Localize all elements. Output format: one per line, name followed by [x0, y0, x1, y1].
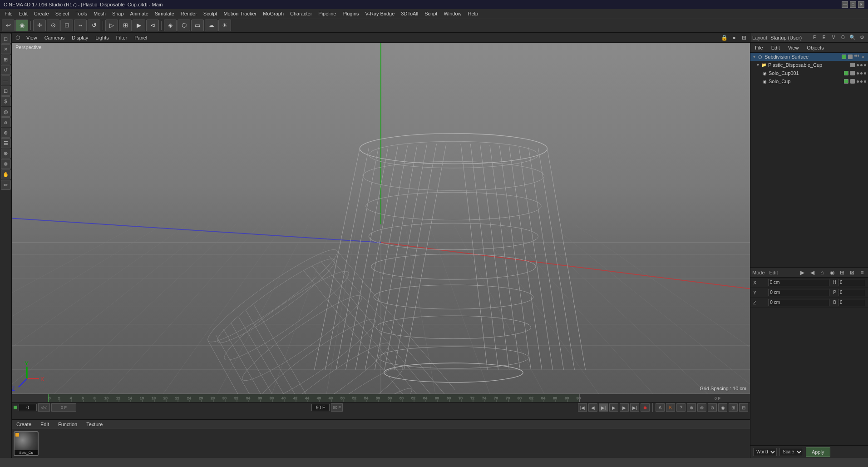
timeline-field-bar[interactable]: 0 F: [51, 403, 76, 412]
left-tool-13[interactable]: ❁: [1, 159, 11, 169]
menu-plugins[interactable]: Plugins: [340, 10, 361, 17]
mat-menu-create[interactable]: Create: [14, 421, 34, 428]
menu-tools[interactable]: Tools: [73, 10, 90, 17]
texture-button[interactable]: ◈: [164, 20, 177, 31]
attr-icon-2[interactable]: ◀: [808, 268, 816, 277]
tc-end-field[interactable]: 90 F: [331, 403, 343, 412]
left-tool-9[interactable]: ⌀: [1, 117, 11, 127]
left-move-tool[interactable]: ✕: [1, 44, 11, 54]
menu-script[interactable]: Script: [422, 10, 440, 17]
tc-prev-frame[interactable]: ◀: [588, 403, 597, 412]
left-tool-10[interactable]: ⊛: [1, 128, 11, 138]
timeline-ruler-track[interactable]: 0 2 4 6 8 10 12 14 16 18: [48, 394, 714, 402]
tc-key-btn[interactable]: K: [666, 403, 675, 412]
attr-icon-3[interactable]: ◉: [828, 268, 836, 277]
attr-z-pos[interactable]: [768, 299, 829, 306]
maximize-button[interactable]: □: [850, 1, 856, 8]
obj-solo-cup-001[interactable]: ◉ Solo_Cup001: [750, 69, 868, 77]
mat-menu-texture[interactable]: Texture: [84, 421, 105, 428]
live-select-button[interactable]: ◉: [15, 20, 28, 31]
tc-help[interactable]: ?: [676, 403, 686, 412]
sky-button[interactable]: ☁: [205, 20, 217, 31]
mat-menu-edit[interactable]: Edit: [38, 421, 52, 428]
tc-btn-3[interactable]: ⊙: [708, 403, 717, 412]
tc-btn-5[interactable]: ⊞: [729, 403, 738, 412]
attr-icon-4[interactable]: ⊞: [838, 268, 846, 277]
menu-create[interactable]: Create: [31, 10, 52, 17]
right-icon-4[interactable]: O: [839, 34, 847, 42]
scale-button[interactable]: ↔: [74, 20, 87, 31]
menu-render[interactable]: Render: [178, 10, 200, 17]
left-tool-15[interactable]: ✏: [1, 180, 11, 190]
render-region-button[interactable]: ⊞: [119, 20, 132, 31]
left-tool-7[interactable]: $: [1, 96, 11, 106]
viewport-menu-panel[interactable]: Panel: [132, 35, 150, 41]
menu-snap[interactable]: Snap: [109, 10, 127, 17]
viewport-icon-lock[interactable]: 🔒: [720, 34, 728, 42]
obj-menu-edit[interactable]: Edit: [769, 44, 783, 51]
attr-x-pos[interactable]: [768, 279, 829, 286]
tc-play[interactable]: ▶: [609, 403, 618, 412]
viewport-icon-1[interactable]: ⬡: [14, 34, 22, 42]
render-button[interactable]: ▶: [133, 20, 145, 31]
tc-record[interactable]: ⏺: [641, 403, 650, 412]
attr-icon-6[interactable]: ≡: [858, 268, 866, 277]
move-button[interactable]: ⊡: [60, 20, 73, 31]
tc-next-frame[interactable]: ▶: [620, 403, 629, 412]
timeline-ruler[interactable]: 0 2 4 6 8 10 12 14 16 18: [12, 394, 750, 402]
start-frame-field[interactable]: [19, 404, 37, 411]
menu-motion-tracker[interactable]: Motion Tracker: [221, 10, 259, 17]
left-select-tool[interactable]: ◻: [1, 34, 11, 44]
right-icon-search[interactable]: 🔍: [848, 34, 857, 42]
menu-edit[interactable]: Edit: [16, 10, 30, 17]
left-tool-12[interactable]: ❋: [1, 149, 11, 159]
end-frame-field-input[interactable]: [311, 404, 330, 411]
obj-cup-folder[interactable]: ▼ 📁 Plastic_Disposable_Cup: [750, 61, 868, 69]
attr-p-val[interactable]: [838, 289, 865, 296]
menu-mesh[interactable]: Mesh: [91, 10, 108, 17]
obj-close-btn[interactable]: ✕: [860, 54, 866, 60]
material-button[interactable]: ⬡: [178, 20, 190, 31]
render-view-button[interactable]: ▷: [105, 20, 118, 31]
add-object-button[interactable]: ✛: [33, 20, 46, 31]
attr-b-val[interactable]: [838, 299, 865, 306]
light-button[interactable]: ☀: [218, 20, 231, 31]
menu-character[interactable]: Character: [287, 10, 315, 17]
circle-tool-button[interactable]: ⊙: [47, 20, 59, 31]
tc-btn-6[interactable]: ⊟: [739, 403, 748, 412]
tc-play-reverse[interactable]: ▶|: [599, 403, 608, 412]
viewport-icon-dot[interactable]: ●: [730, 34, 738, 42]
tc-go-start[interactable]: |◀: [578, 403, 587, 412]
minimize-button[interactable]: —: [842, 1, 848, 8]
right-icon-settings[interactable]: ⚙: [858, 34, 866, 42]
tc-btn-4[interactable]: ◉: [718, 403, 727, 412]
tc-go-end[interactable]: ▶|: [630, 403, 639, 412]
attr-y-pos[interactable]: [768, 289, 829, 296]
right-icon-2[interactable]: E: [820, 34, 828, 42]
left-tool-5[interactable]: —: [1, 75, 11, 85]
tc-btn-2[interactable]: ⊗: [697, 403, 706, 412]
tc-btn-1[interactable]: ⊕: [687, 403, 696, 412]
obj-menu-objects[interactable]: Objects: [804, 44, 826, 51]
viewport-menu-cameras[interactable]: Cameras: [42, 35, 68, 41]
left-tool-8[interactable]: ◍: [1, 107, 11, 117]
menu-help[interactable]: Help: [465, 10, 481, 17]
right-icon-3[interactable]: V: [829, 34, 838, 42]
rotate-button[interactable]: ↺: [88, 20, 100, 31]
apply-button[interactable]: Apply: [806, 447, 830, 457]
right-icon-1[interactable]: F: [810, 34, 819, 42]
left-tool-6[interactable]: ⊡: [1, 86, 11, 96]
attr-icon-5[interactable]: ⊠: [848, 268, 856, 277]
menu-file[interactable]: File: [2, 10, 15, 17]
scale-select[interactable]: Scale: [779, 448, 803, 456]
viewport-menu-view[interactable]: View: [24, 35, 40, 41]
viewport-3d[interactable]: X Y Z Perspective Grid Spacing : 10 cm: [12, 43, 750, 394]
left-tool-11[interactable]: ☰: [1, 138, 11, 148]
left-scale-tool[interactable]: ⊞: [1, 55, 11, 65]
menu-simulate[interactable]: Simulate: [152, 10, 177, 17]
viewport-icon-expand[interactable]: ⊞: [740, 34, 748, 42]
menu-window[interactable]: Window: [441, 10, 464, 17]
close-button[interactable]: ✕: [858, 1, 864, 8]
undo-button[interactable]: ↩: [2, 20, 15, 31]
attr-icon-home[interactable]: ⌂: [818, 268, 826, 277]
